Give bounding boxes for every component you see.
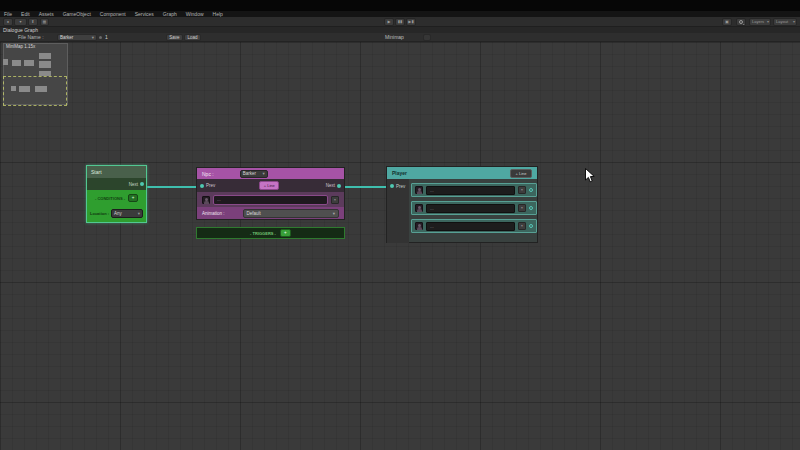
conditions-label: - CONDITIONS - <box>95 196 125 201</box>
minimap-node-rect <box>3 59 8 65</box>
prev-port-label: Prev <box>396 184 405 189</box>
save-button[interactable]: Save <box>166 34 183 41</box>
start-location-row: Location : Any▾ <box>87 206 146 220</box>
npc-value: Barker <box>243 171 256 176</box>
animation-value: Default <box>247 211 261 216</box>
step-button[interactable]: ▶▮ <box>406 18 416 26</box>
collab-dropdown-icon[interactable]: ▾ <box>14 18 27 26</box>
player-choice-row: ... × <box>411 201 537 215</box>
animation-dropdown[interactable]: Default▾ <box>243 209 339 218</box>
minimap-options-button[interactable] <box>423 34 431 41</box>
location-dropdown[interactable]: Any▾ <box>111 209 143 218</box>
search-icon[interactable] <box>736 18 746 26</box>
add-trigger-button[interactable]: + <box>280 229 291 237</box>
choice-output-port-icon[interactable] <box>529 224 533 228</box>
services-icon[interactable]: ▦ <box>40 18 49 26</box>
file-name-value: Barker <box>60 35 73 40</box>
chevron-down-icon: ▾ <box>92 35 94 40</box>
node-npc[interactable]: Npc : Barker▾ Prev + Line Next ... × Ani… <box>196 167 345 220</box>
remove-line-button[interactable]: × <box>331 196 339 204</box>
file-index-value: 1 <box>105 33 108 42</box>
minimap-node-rect <box>24 60 34 66</box>
speaker-avatar-icon <box>415 222 423 230</box>
choice-text-field[interactable]: ... <box>426 186 515 195</box>
minimap-toggle-label[interactable]: Minimap <box>385 33 404 42</box>
minimap-title: MiniMap 1.15x <box>4 44 67 50</box>
location-label: Location : <box>90 211 109 216</box>
player-port-column: Prev <box>387 179 409 243</box>
pause-button[interactable]: ▮▮ <box>395 18 405 26</box>
unity-editor-window: File Edit Assets GameObject Component Se… <box>0 0 800 450</box>
choice-text-field[interactable]: ... <box>426 222 515 231</box>
npc-label: Npc : <box>202 171 214 177</box>
minimap-viewport[interactable] <box>3 76 67 106</box>
choice-text-field[interactable]: ... <box>426 204 515 213</box>
file-name-dropdown[interactable]: Barker▾ <box>57 34 97 41</box>
layout-dropdown[interactable]: Layout▾ <box>773 18 797 26</box>
start-conditions-row: - CONDITIONS - + <box>87 190 146 206</box>
minimap-node-rect <box>39 53 51 59</box>
choice-output-port-icon[interactable] <box>529 206 533 210</box>
dialogue-text-field[interactable]: ... <box>213 195 328 205</box>
minimap-panel[interactable]: MiniMap 1.15x <box>3 43 68 105</box>
output-port-icon[interactable] <box>140 182 144 186</box>
object-picker-icon[interactable] <box>99 36 102 39</box>
input-port-icon[interactable] <box>200 184 204 188</box>
start-node-title: Start <box>87 166 146 178</box>
next-port-label: Next <box>326 183 335 188</box>
graph-toolbar: File Name : Barker▾ 1 Save Load Minimap <box>0 33 800 42</box>
play-button[interactable]: ▶ <box>384 18 394 26</box>
player-choice-row: ... × <box>411 219 537 233</box>
next-port-label: Next <box>129 182 138 187</box>
input-port-icon[interactable] <box>390 184 394 188</box>
npc-dialogue-row: ... × <box>197 192 344 207</box>
add-condition-button[interactable]: + <box>128 194 138 202</box>
output-port-icon[interactable] <box>337 184 341 188</box>
remove-choice-button[interactable]: × <box>518 186 526 194</box>
file-name-label: File Name : <box>18 33 44 42</box>
npc-triggers-section: - TRIGGERS - + <box>196 227 345 239</box>
chevron-down-icon: ▾ <box>262 171 264 177</box>
speaker-avatar-icon <box>415 204 423 212</box>
player-node-body: Prev ... × ... × <box>387 179 537 243</box>
chevron-down-icon: ▾ <box>793 19 796 25</box>
node-start[interactable]: Start Next - CONDITIONS - + Location : A… <box>86 165 147 223</box>
npc-port-row: Prev + Line Next <box>197 179 344 192</box>
minimap-node-rect <box>39 61 51 68</box>
add-line-button[interactable]: + Line <box>259 181 279 190</box>
remove-choice-button[interactable]: × <box>518 204 526 212</box>
chevron-down-icon: ▾ <box>333 210 335 217</box>
chevron-down-icon: ▾ <box>138 210 140 217</box>
layers-dropdown[interactable]: Layers▾ <box>749 18 771 26</box>
speaker-avatar-icon <box>202 196 210 204</box>
triggers-label: - TRIGGERS - <box>250 231 276 236</box>
account-icon[interactable]: ● <box>3 18 13 26</box>
start-node-port-row: Next <box>87 178 146 190</box>
window-top-strip <box>0 0 800 11</box>
chevron-down-icon: ▾ <box>767 19 770 25</box>
speaker-avatar-icon <box>415 186 423 194</box>
player-node-title: Player <box>392 170 510 176</box>
cloud-icon[interactable]: ⬆ <box>28 18 38 26</box>
graph-canvas[interactable]: MiniMap 1.15x Start Next - CONDITIONS - … <box>0 42 800 450</box>
player-choice-rows: ... × ... × ... × <box>411 179 537 233</box>
add-line-button[interactable]: + Line <box>510 169 532 178</box>
edge-start-to-npc[interactable] <box>147 186 199 188</box>
prev-port-label: Prev <box>206 183 215 188</box>
npc-node-header: Npc : Barker▾ <box>197 168 344 179</box>
npc-animation-row: Animation : Default▾ <box>197 207 344 219</box>
grid-icon[interactable]: ▣ <box>722 18 732 26</box>
node-player[interactable]: Player + Line Prev ... × <box>386 166 538 243</box>
npc-dropdown[interactable]: Barker▾ <box>240 170 268 178</box>
player-choice-row: ... × <box>411 183 537 197</box>
location-value: Any <box>114 211 122 216</box>
minimap-node-rect <box>12 60 21 66</box>
choice-output-port-icon[interactable] <box>529 188 533 192</box>
remove-choice-button[interactable]: × <box>518 222 526 230</box>
load-button[interactable]: Load <box>184 34 201 41</box>
magnifier-glyph <box>739 20 743 24</box>
mouse-cursor-icon <box>584 168 596 184</box>
edge-npc-to-player[interactable] <box>343 186 389 188</box>
animation-label: Animation : <box>202 211 225 216</box>
player-node-header: Player + Line <box>387 167 537 179</box>
